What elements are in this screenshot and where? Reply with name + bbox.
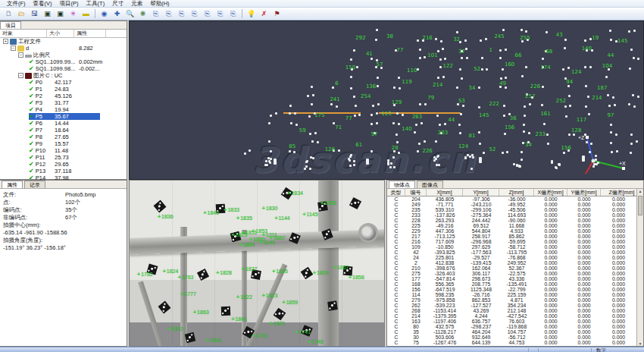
- table-row[interactable]: C217-713.125258.91785.8620.0000.0000.000: [387, 234, 636, 239]
- tree-node-project-file[interactable]: + 工程文件: [0, 38, 127, 45]
- process5-icon[interactable]: ⎘: [202, 8, 213, 19]
- table-row[interactable]: C229447.306544.8044.9330.0000.0000.000: [387, 228, 636, 234]
- menu-item-3[interactable]: 工具(T): [83, 0, 109, 8]
- table-row[interactable]: C156-647.5191125.348-22.7990.0000.0000.0…: [387, 287, 636, 292]
- tree-node-images-group[interactable]: − 图片 C : UC: [0, 72, 127, 79]
- tree-node-point-P7[interactable]: ✔P718.64: [0, 127, 127, 134]
- table-scrollbar[interactable]: ▲▼: [636, 189, 643, 346]
- tab-object-points[interactable]: 物体点: [389, 181, 415, 188]
- table-row[interactable]: C249-71.771-243.210-49.9520.0000.0000.00…: [387, 202, 636, 207]
- process1-icon[interactable]: ⎘: [150, 8, 161, 19]
- table-col-5[interactable]: X偏差[mm]: [534, 189, 567, 196]
- scrollbar-thumb[interactable]: [638, 196, 642, 215]
- menu-item-5[interactable]: 元素: [127, 0, 146, 8]
- menu-item-2[interactable]: 项目(P): [56, 0, 83, 8]
- points-icon[interactable]: ✳: [67, 8, 79, 19]
- table-col-0[interactable]: 类型: [387, 189, 405, 196]
- table-row[interactable]: C268-1153.41443.269212.1480.0000.0000.00…: [387, 308, 636, 313]
- table-row[interactable]: C114598.235-26.716225.1590.0000.0000.000: [387, 292, 636, 297]
- table-col-3[interactable]: Y[mm]: [463, 189, 499, 196]
- point-cloud-viewport[interactable]: 3dscan.cn +Z +X 292382163224525543191454…: [129, 20, 644, 180]
- measure-icon[interactable]: 🔍: [124, 8, 136, 19]
- tab-properties[interactable]: 属性: [2, 181, 23, 188]
- tree-node-scale-2[interactable]: ✔ SQ1... 1099.98... -0.002...: [0, 65, 127, 72]
- table-row[interactable]: C228263.293244.442-90.0600.0000.0000.000: [387, 218, 636, 223]
- process2-icon[interactable]: ⎘: [163, 8, 174, 19]
- image-view-icon[interactable]: ▣: [42, 8, 53, 19]
- tab-log[interactable]: 记录: [24, 181, 45, 188]
- table-col-1[interactable]: 编号: [405, 189, 427, 196]
- expand-icon[interactable]: +: [3, 39, 8, 44]
- table-row[interactable]: C163-1197.406636.75776.6030.0000.0000.00…: [387, 319, 636, 324]
- table-col-6[interactable]: Y偏差[mm]: [567, 189, 601, 196]
- tree-node-point-P1[interactable]: ✔P124.83: [0, 86, 127, 93]
- menu-item-4[interactable]: 尺寸: [108, 0, 127, 8]
- table-row[interactable]: C210-398.676162.06452.3670.0000.0000.000: [387, 266, 636, 271]
- table-row[interactable]: C2412.838-139.415249.9520.0000.0000.000: [387, 260, 636, 266]
- tree-col-object[interactable]: 对象: [0, 30, 47, 37]
- process6-icon[interactable]: ⎘: [214, 8, 226, 19]
- tree-node-point-P0[interactable]: ✔P042.117: [0, 79, 127, 86]
- save-icon[interactable]: 🖫: [29, 8, 40, 19]
- scalebar-icon[interactable]: ▬: [80, 8, 92, 19]
- tree-node-point-P13[interactable]: ✔P1337.118: [0, 168, 127, 174]
- table-row[interactable]: C75-1267.476644.13944.7530.0000.0000.000: [387, 340, 636, 345]
- tree-node-dataset[interactable]: − d 8.282: [0, 45, 127, 52]
- tree-node-point-P11[interactable]: ✔P1125.73: [0, 154, 127, 161]
- bundle-icon[interactable]: ❋: [137, 8, 148, 19]
- tree-node-point-P6[interactable]: ✔P614.44: [0, 120, 127, 127]
- table-row[interactable]: C275-326.403306.117-22.5750.0000.0000.00…: [387, 271, 636, 276]
- table-row[interactable]: C279-975.858862.8534.8710.0000.0000.000: [387, 297, 636, 303]
- bulb-icon[interactable]: 💡: [245, 8, 257, 19]
- tree-node-point-P12[interactable]: ✔P1229.65: [0, 161, 127, 168]
- menu-item-6[interactable]: 帮助(H): [146, 0, 173, 8]
- table-row[interactable]: C177-547.814298.67343.3360.0000.0000.000: [387, 276, 636, 281]
- expand-icon[interactable]: −: [18, 52, 23, 58]
- table-row[interactable]: C168556.365208.775-135.4910.0000.0000.00…: [387, 281, 636, 287]
- table-row[interactable]: C233-137.826-275.364114.6930.0000.0000.0…: [387, 212, 636, 218]
- tree-node-scale-1[interactable]: ✔ SQ1... 1099.99... 0.002mm: [0, 58, 127, 65]
- scroll-down-icon[interactable]: ▼: [637, 341, 643, 346]
- add-point-icon[interactable]: ✚: [111, 8, 123, 19]
- import-icon[interactable]: 🗁: [16, 8, 27, 19]
- tree-col-attr[interactable]: 属性: [74, 30, 106, 37]
- table-col-2[interactable]: X[mm]: [427, 189, 463, 196]
- table-row[interactable]: C235539.310-299.106-45.5060.0000.0000.00…: [387, 207, 636, 212]
- tree-node-scalebar-group[interactable]: − 比例尺: [0, 52, 127, 58]
- table-row[interactable]: C225-49.21669.51211.6680.0000.0000.000: [387, 223, 636, 228]
- tree-node-point-P10[interactable]: ✔P1011.48: [0, 147, 127, 154]
- table-row[interactable]: C42-393.825-177.563-113.7950.0000.0000.0…: [387, 250, 636, 255]
- tree-node-point-P2[interactable]: ✔P245.126: [0, 93, 127, 99]
- tab-project[interactable]: 项目: [0, 21, 21, 29]
- table-row[interactable]: C24225.801-29.527-76.8680.0000.0000.000: [387, 255, 636, 260]
- table-col-4[interactable]: Z[mm]: [499, 189, 534, 196]
- tab-image-points[interactable]: 图像点: [417, 181, 443, 188]
- photo-view[interactable]: 1836184918331835183011441145183418381851…: [129, 180, 385, 347]
- new-file-icon[interactable]: 🗋: [3, 8, 14, 19]
- process4-icon[interactable]: ⎘: [189, 8, 200, 19]
- expand-icon[interactable]: −: [18, 73, 23, 78]
- tree-node-point-P9[interactable]: ✔P915.57: [0, 140, 127, 147]
- table-row[interactable]: C35-1128.217464.204104.7570.0000.0000.00…: [387, 329, 636, 335]
- image-view2-icon[interactable]: ▣: [55, 8, 66, 19]
- menu-item-0[interactable]: 文件(F): [3, 0, 30, 8]
- delete-icon[interactable]: ✗: [258, 8, 270, 19]
- table-row[interactable]: C262-539.223-127.527354.2340.0000.0000.0…: [387, 303, 636, 308]
- process3-icon[interactable]: ⎘: [176, 8, 187, 19]
- tree-node-point-P3[interactable]: ✔P331.77: [0, 99, 127, 106]
- table-row[interactable]: C216717.609-296.968-59.6950.0000.0000.00…: [387, 239, 636, 244]
- table-row[interactable]: C214-1379.3954.244-427.5420.0000.0000.00…: [387, 313, 636, 319]
- tree-node-point-P4[interactable]: ✔P419.94: [0, 106, 127, 113]
- process7-icon[interactable]: ⎘: [227, 8, 239, 19]
- table-row[interactable]: C204436.805-97.306-36.0000.0000.0000.000: [387, 196, 636, 202]
- table-row[interactable]: C80432.575-298.237-119.8680.0000.0000.00…: [387, 324, 636, 329]
- expand-icon[interactable]: −: [11, 46, 16, 51]
- menu-item-1[interactable]: 查看(V): [30, 0, 56, 8]
- orient-icon[interactable]: ◉: [98, 8, 110, 19]
- tree-node-point-P8[interactable]: ✔P827.65: [0, 134, 127, 140]
- flag-icon[interactable]: ⚑: [271, 8, 283, 19]
- table-row[interactable]: C30503.606932.649-56.7120.0000.0000.000: [387, 335, 636, 340]
- tree-node-point-P5[interactable]: ✔P535.67: [0, 113, 127, 120]
- tree-col-size[interactable]: 大小: [47, 30, 74, 37]
- table-row[interactable]: C109-10.850297.629-58.7120.0000.0000.000: [387, 244, 636, 250]
